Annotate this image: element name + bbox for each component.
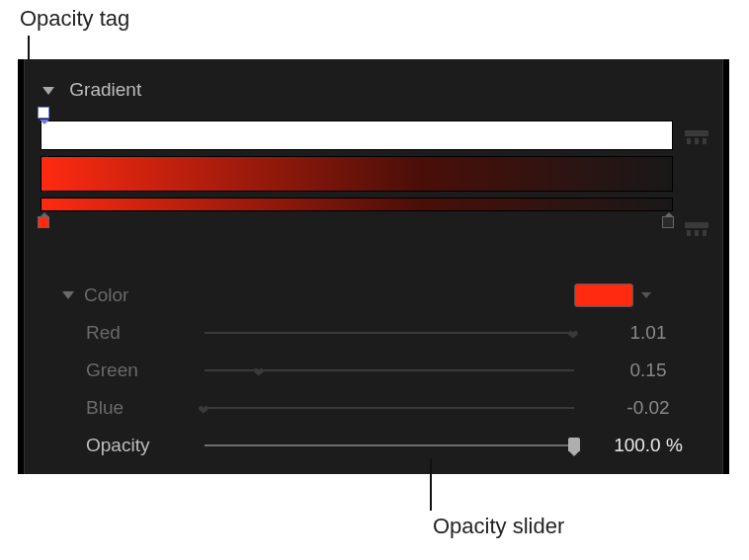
opacity-row: Opacity 100.0 %: [62, 427, 703, 464]
chevron-down-icon: [62, 291, 74, 299]
callout-opacity-tag: Opacity tag: [20, 6, 129, 32]
chevron-down-icon: [641, 292, 651, 298]
slider-thumb-icon: [568, 438, 580, 451]
opacity-value[interactable]: 100.0 %: [594, 435, 703, 456]
green-slider[interactable]: ❤: [205, 369, 574, 371]
gradient-section-title: Gradient: [69, 79, 141, 100]
blue-slider[interactable]: ❤: [205, 407, 574, 409]
distribute-opacity-stops-button[interactable]: [685, 130, 708, 154]
red-slider[interactable]: ❤: [205, 332, 574, 334]
callout-opacity-slider: Opacity slider: [433, 514, 564, 539]
green-label: Green: [86, 360, 205, 381]
color-swatch: [574, 283, 633, 307]
callout-line-opacity-slider: [430, 459, 432, 511]
editor-panel-inner: Gradient: [24, 59, 723, 474]
gradient-color-stop-left[interactable]: [38, 216, 51, 230]
gradient-editor: [41, 120, 673, 211]
gradient-section-header[interactable]: Gradient: [42, 79, 141, 101]
distribute-color-stops-button[interactable]: [685, 222, 708, 246]
green-value[interactable]: 0.15: [594, 360, 703, 381]
blue-value[interactable]: -0.02: [594, 397, 703, 419]
color-swatch-control[interactable]: [574, 283, 703, 307]
red-value[interactable]: 1.01: [594, 322, 703, 344]
opacity-slider[interactable]: [205, 444, 574, 446]
heart-icon: ❤: [567, 327, 579, 343]
color-section: Color Red ❤ 1.01 Green ❤: [62, 277, 703, 464]
red-label: Red: [86, 322, 205, 344]
blue-label: Blue: [86, 397, 205, 419]
gradient-preview-bar: [41, 156, 673, 192]
blue-row: Blue ❤ -0.02: [62, 389, 703, 427]
gradient-opacity-stop[interactable]: [38, 107, 51, 120]
color-section-title: Color: [84, 284, 574, 306]
gradient-color-stop-right[interactable]: [662, 216, 676, 230]
gradient-opacity-bar[interactable]: [41, 120, 673, 150]
color-section-header[interactable]: Color: [62, 277, 703, 314]
editor-panel: Gradient: [18, 59, 729, 474]
chevron-down-icon: [42, 87, 54, 95]
green-row: Green ❤ 0.15: [62, 352, 703, 389]
heart-icon: ❤: [198, 402, 209, 418]
opacity-label: Opacity: [86, 435, 205, 456]
heart-icon: ❤: [253, 364, 265, 380]
red-row: Red ❤ 1.01: [62, 314, 703, 352]
gradient-color-bar[interactable]: [41, 198, 673, 211]
